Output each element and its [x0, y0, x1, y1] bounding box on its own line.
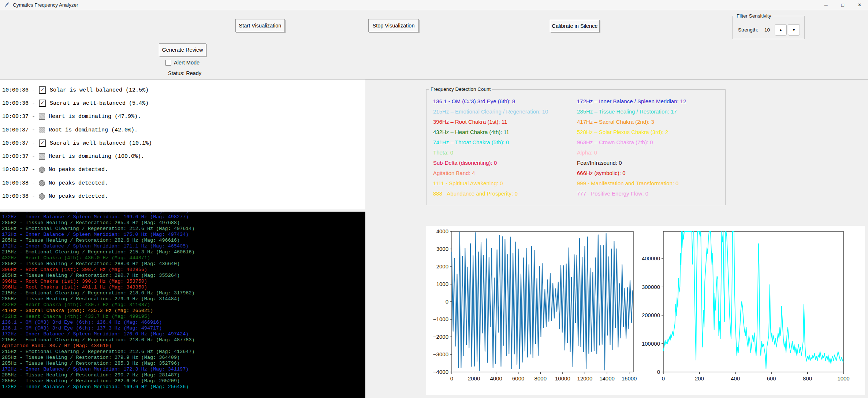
- log-timestamp: 10:00:36 -: [2, 100, 35, 107]
- terminal-line: 172Hz - Inner Balance / Spleen Meridian:…: [2, 367, 365, 372]
- detection-count-row: 396Hz – Root Chakra (1st): 11: [433, 116, 548, 127]
- svg-text:400: 400: [731, 375, 740, 382]
- checked-checkbox-icon: ✓: [39, 86, 46, 94]
- log-message: No peaks detected.: [49, 193, 108, 200]
- svg-text:−2000: −2000: [433, 334, 448, 340]
- stop-visualization-button[interactable]: Stop Visualization: [368, 19, 419, 32]
- terminal-line: 285Hz - Tissue Healing / Restoration: 27…: [2, 355, 365, 361]
- terminal-line: 285Hz - Tissue Healing / Restoration: 29…: [2, 273, 365, 279]
- svg-text:300000: 300000: [642, 284, 660, 290]
- log-message: Solar is well-balanced (12.5%): [50, 87, 149, 93]
- terminal-line: 432Hz - Heart Chakra (4th): 430.7 Hz (Ma…: [2, 302, 365, 308]
- svg-text:−4000: −4000: [433, 369, 448, 375]
- log-timestamp: 10:00:37 -: [2, 153, 35, 160]
- detection-count-row: 777 - Positive Energy Flow: 0: [577, 189, 686, 199]
- event-log[interactable]: 10:00:36 -✓Solar is well-balanced (12.5%…: [0, 79, 365, 209]
- generate-review-button[interactable]: Generate Review: [159, 43, 206, 56]
- log-message: No peaks detected.: [49, 167, 108, 173]
- terminal-line: 136.1 - OM (C#3) 3rd Eye (6th): 136.4 Hz…: [2, 320, 365, 326]
- checked-checkbox-icon: ✓: [39, 140, 46, 147]
- svg-text:10000: 10000: [555, 375, 570, 382]
- alert-mode-control: Alert Mode: [165, 60, 200, 66]
- terminal-line: 172Hz - Inner Balance / Spleen Meridian:…: [2, 331, 365, 337]
- start-visualization-button[interactable]: Start Visualization: [235, 19, 285, 32]
- gray-square-icon: [39, 127, 45, 133]
- detection-count-row: 888 - Abundance and Prosperity: 0: [433, 189, 548, 199]
- terminal-line: 396Hz - Root Chakra (1st): 390.3 Hz (Mag…: [2, 279, 365, 284]
- detection-column-right: 172Hz – Inner Balance / Spleen Meridian:…: [577, 96, 686, 199]
- terminal-line: 285Hz - Tissue Healing / Restoration: 28…: [2, 238, 365, 243]
- terminal-line: 215Hz - Emotional Clearing / Regeneratio…: [2, 290, 365, 296]
- detection-count-row: 741Hz – Throat Chakra (5th): 0: [433, 137, 548, 147]
- log-row: 10:00:37 -Heart is dominating (47.9%).: [0, 110, 365, 123]
- strength-label: Strength:: [738, 27, 758, 33]
- terminal-line: 432Hz - Heart Chakra (4th): 433.7 Hz (Ma…: [2, 314, 365, 320]
- log-timestamp: 10:00:37 -: [2, 127, 35, 133]
- log-message: Sacral is well-balanced (10.1%): [50, 140, 152, 146]
- terminal-line: 172Hz - Inner Balance / Spleen Meridian:…: [2, 243, 365, 249]
- log-row: 10:00:37 -✓Sacral is well-balanced (10.1…: [0, 137, 365, 150]
- title-bar: Cymatics Frequency Analyzer ─ □ ✕: [0, 0, 868, 10]
- terminal-line: 172Hz - Inner Balance / Spleen Meridian:…: [2, 384, 365, 390]
- svg-text:8000: 8000: [534, 375, 547, 382]
- svg-text:1000: 1000: [837, 375, 849, 382]
- detection-count-row: Fear/Infrasound: 0: [577, 158, 686, 168]
- terminal-line: 215Hz - Emotional Clearing / Regeneratio…: [2, 349, 365, 355]
- detection-count-row: 215Hz – Emotional Clearing / Regeneratio…: [433, 106, 548, 116]
- svg-text:1000: 1000: [436, 281, 448, 287]
- svg-text:−1000: −1000: [433, 316, 448, 322]
- svg-text:100000: 100000: [642, 341, 660, 347]
- detection-count-row: 666Hz (symbolic): 0: [577, 168, 686, 178]
- window-title: Cymatics Frequency Analyzer: [13, 2, 78, 8]
- log-timestamp: 10:00:37 -: [2, 114, 35, 120]
- gray-square-icon: [39, 153, 45, 160]
- log-message: Heart is dominating (100.0%).: [49, 153, 144, 160]
- strength-value: 10: [764, 27, 770, 33]
- charts-panel: −4000−3000−2000−100001000200030004000020…: [426, 226, 865, 395]
- minimize-icon[interactable]: ─: [817, 0, 834, 10]
- detection-count-row: Alpha: 0: [577, 147, 686, 157]
- log-timestamp: 10:00:38 -: [2, 180, 35, 186]
- terminal-line: 432Hz - Heart Chakra (4th): 436.0 Hz (Ma…: [2, 255, 365, 261]
- alert-mode-checkbox[interactable]: [165, 60, 171, 66]
- svg-text:0: 0: [657, 369, 660, 375]
- log-row: 10:00:37 -No peaks detected.: [0, 163, 365, 176]
- peak-terminal[interactable]: 172Hz - Inner Balance / Spleen Meridian:…: [0, 212, 365, 398]
- svg-text:2000: 2000: [468, 375, 480, 382]
- log-row: 10:00:38 -No peaks detected.: [0, 176, 365, 190]
- svg-text:600: 600: [767, 375, 776, 382]
- app-feather-icon: [4, 2, 10, 8]
- strength-increase-button[interactable]: ▲: [775, 24, 787, 36]
- terminal-line: 396Hz - Root Chakra (1st): 398.4 Hz (Mag…: [2, 267, 365, 273]
- log-row: 10:00:38 -No peaks detected.: [0, 190, 365, 203]
- spectrum-chart: 0100000200000300000400000020040060080010…: [633, 226, 865, 395]
- log-message: Heart is dominating (47.9%).: [49, 114, 141, 120]
- app-window: Cymatics Frequency Analyzer ─ □ ✕ Start …: [0, 0, 868, 398]
- up-arrow-icon: ▲: [779, 28, 783, 32]
- detection-count-row: 285Hz – Tissue Healing / Restoration: 17: [577, 106, 686, 116]
- detection-count-row: 136.1 - OM (C#3) 3rd Eye (6th): 8: [433, 96, 548, 106]
- log-message: Root is dominating (42.0%).: [49, 127, 138, 133]
- svg-text:14000: 14000: [599, 375, 615, 382]
- detection-column-left: 136.1 - OM (C#3) 3rd Eye (6th): 8215Hz –…: [433, 96, 548, 199]
- calibrate-in-silence-button[interactable]: Calibrate in Silence: [550, 20, 600, 32]
- svg-text:800: 800: [803, 375, 812, 382]
- svg-text:4000: 4000: [490, 375, 502, 382]
- alert-mode-label: Alert Mode: [174, 60, 200, 66]
- terminal-line: 215Hz - Emotional Clearing / Regeneratio…: [2, 337, 365, 343]
- detection-count-row: 1111 - Spiritual Awakening: 0: [433, 178, 548, 189]
- log-row: 10:00:37 -Heart is dominating (100.0%).: [0, 150, 365, 163]
- gray-square-icon: [39, 114, 45, 120]
- maximize-icon[interactable]: □: [834, 0, 851, 10]
- strength-decrease-button[interactable]: ▼: [788, 24, 800, 36]
- gray-circle-icon: [39, 167, 45, 173]
- svg-text:0: 0: [446, 298, 448, 305]
- terminal-line: 285Hz - Tissue Healing / Restoration: 28…: [2, 261, 365, 267]
- terminal-line: 285Hz - Tissue Healing / Restoration: 28…: [2, 378, 365, 384]
- log-message: No peaks detected.: [49, 180, 108, 186]
- gray-circle-icon: [39, 193, 45, 200]
- close-icon[interactable]: ✕: [851, 0, 868, 10]
- terminal-line: 285Hz - Tissue Healing / Restoration: 28…: [2, 220, 365, 226]
- detection-count-row: 172Hz – Inner Balance / Spleen Meridian:…: [577, 96, 686, 106]
- svg-text:2000: 2000: [436, 263, 448, 269]
